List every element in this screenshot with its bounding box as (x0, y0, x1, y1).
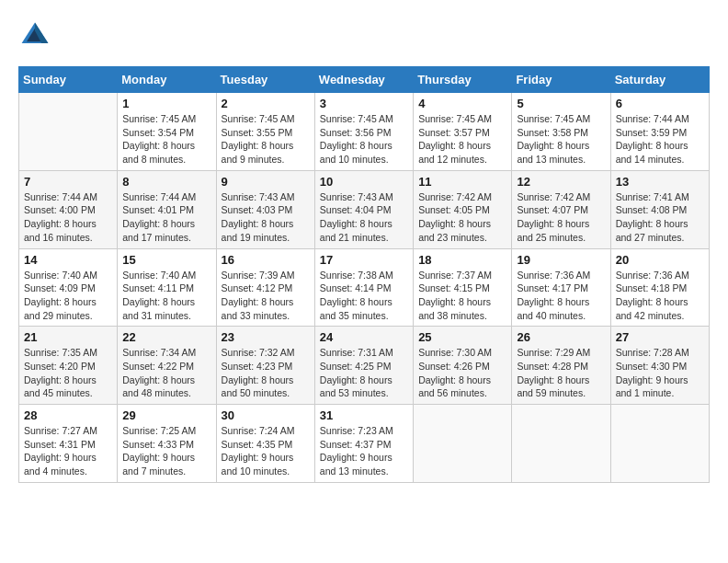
day-number: 20 (616, 253, 704, 267)
day-number: 28 (24, 408, 112, 422)
day-info: Sunrise: 7:31 AM Sunset: 4:25 PM Dayligh… (320, 346, 408, 400)
day-header-friday: Friday (512, 67, 610, 93)
day-info: Sunrise: 7:35 AM Sunset: 4:20 PM Dayligh… (24, 346, 112, 400)
calendar-cell: 19Sunrise: 7:36 AM Sunset: 4:17 PM Dayli… (512, 248, 610, 327)
day-number: 23 (222, 330, 310, 344)
calendar-cell: 26Sunrise: 7:29 AM Sunset: 4:28 PM Dayli… (512, 327, 610, 405)
calendar-cell: 27Sunrise: 7:28 AM Sunset: 4:30 PM Dayli… (610, 327, 709, 405)
calendar-cell: 24Sunrise: 7:31 AM Sunset: 4:25 PM Dayli… (314, 327, 413, 405)
day-info: Sunrise: 7:45 AM Sunset: 3:55 PM Dayligh… (222, 112, 310, 167)
day-number: 14 (24, 253, 112, 267)
day-info: Sunrise: 7:45 AM Sunset: 3:56 PM Dayligh… (320, 112, 408, 167)
calendar-cell: 13Sunrise: 7:41 AM Sunset: 4:08 PM Dayli… (610, 170, 709, 248)
day-info: Sunrise: 7:34 AM Sunset: 4:22 PM Dayligh… (122, 346, 210, 400)
logo-icon (18, 18, 51, 52)
calendar-cell: 4Sunrise: 7:45 AM Sunset: 3:57 PM Daylig… (414, 93, 512, 171)
day-info: Sunrise: 7:44 AM Sunset: 4:01 PM Dayligh… (122, 190, 210, 245)
day-number: 9 (222, 175, 310, 189)
day-info: Sunrise: 7:41 AM Sunset: 4:08 PM Dayligh… (616, 190, 704, 245)
calendar-cell: 9Sunrise: 7:43 AM Sunset: 4:03 PM Daylig… (216, 170, 314, 248)
day-number: 19 (517, 253, 605, 267)
calendar-cell: 28Sunrise: 7:27 AM Sunset: 4:31 PM Dayli… (19, 405, 118, 483)
calendar-cell: 23Sunrise: 7:32 AM Sunset: 4:23 PM Dayli… (216, 327, 314, 405)
calendar-cell: 14Sunrise: 7:40 AM Sunset: 4:09 PM Dayli… (19, 248, 118, 327)
calendar-cell: 10Sunrise: 7:43 AM Sunset: 4:04 PM Dayli… (314, 170, 413, 248)
day-info: Sunrise: 7:42 AM Sunset: 4:07 PM Dayligh… (517, 190, 605, 245)
calendar-cell: 22Sunrise: 7:34 AM Sunset: 4:22 PM Dayli… (118, 327, 216, 405)
calendar-cell: 1Sunrise: 7:45 AM Sunset: 3:54 PM Daylig… (118, 93, 216, 171)
day-info: Sunrise: 7:42 AM Sunset: 4:05 PM Dayligh… (418, 190, 506, 245)
calendar-cell: 8Sunrise: 7:44 AM Sunset: 4:01 PM Daylig… (118, 170, 216, 248)
calendar-cell (19, 93, 118, 171)
day-number: 29 (122, 408, 210, 422)
day-number: 12 (517, 175, 605, 189)
day-header-monday: Monday (118, 67, 216, 93)
day-number: 24 (320, 330, 408, 344)
calendar-cell: 30Sunrise: 7:24 AM Sunset: 4:35 PM Dayli… (216, 405, 314, 483)
calendar-cell: 3Sunrise: 7:45 AM Sunset: 3:56 PM Daylig… (314, 93, 413, 171)
day-number: 16 (222, 253, 310, 267)
day-header-saturday: Saturday (610, 67, 709, 93)
day-header-tuesday: Tuesday (216, 67, 314, 93)
day-number: 25 (418, 330, 506, 344)
calendar-cell: 29Sunrise: 7:25 AM Sunset: 4:33 PM Dayli… (118, 405, 216, 483)
day-number: 5 (517, 97, 605, 110)
calendar-cell: 6Sunrise: 7:44 AM Sunset: 3:59 PM Daylig… (610, 93, 709, 171)
calendar-cell: 31Sunrise: 7:23 AM Sunset: 4:37 PM Dayli… (314, 405, 413, 483)
day-info: Sunrise: 7:45 AM Sunset: 3:57 PM Dayligh… (418, 112, 506, 167)
day-number: 10 (320, 175, 408, 189)
calendar-cell (512, 405, 610, 483)
day-info: Sunrise: 7:44 AM Sunset: 4:00 PM Dayligh… (24, 190, 112, 245)
day-info: Sunrise: 7:44 AM Sunset: 3:59 PM Dayligh… (616, 112, 704, 167)
day-number: 27 (616, 330, 704, 344)
calendar-cell: 2Sunrise: 7:45 AM Sunset: 3:55 PM Daylig… (216, 93, 314, 171)
calendar-cell: 20Sunrise: 7:36 AM Sunset: 4:18 PM Dayli… (610, 248, 709, 327)
calendar-week-3: 14Sunrise: 7:40 AM Sunset: 4:09 PM Dayli… (19, 248, 710, 327)
calendar-cell: 15Sunrise: 7:40 AM Sunset: 4:11 PM Dayli… (118, 248, 216, 327)
day-info: Sunrise: 7:40 AM Sunset: 4:11 PM Dayligh… (122, 269, 210, 323)
calendar-cell (610, 405, 709, 483)
day-info: Sunrise: 7:39 AM Sunset: 4:12 PM Dayligh… (222, 269, 310, 323)
calendar-cell: 12Sunrise: 7:42 AM Sunset: 4:07 PM Dayli… (512, 170, 610, 248)
day-info: Sunrise: 7:24 AM Sunset: 4:35 PM Dayligh… (222, 424, 310, 478)
day-info: Sunrise: 7:30 AM Sunset: 4:26 PM Dayligh… (418, 346, 506, 400)
day-header-wednesday: Wednesday (314, 67, 413, 93)
day-info: Sunrise: 7:28 AM Sunset: 4:30 PM Dayligh… (616, 346, 704, 400)
day-number: 22 (122, 330, 210, 344)
calendar-cell: 25Sunrise: 7:30 AM Sunset: 4:26 PM Dayli… (414, 327, 512, 405)
calendar-cell (414, 405, 512, 483)
day-info: Sunrise: 7:36 AM Sunset: 4:18 PM Dayligh… (616, 269, 704, 323)
day-number: 4 (418, 97, 506, 110)
calendar-week-5: 28Sunrise: 7:27 AM Sunset: 4:31 PM Dayli… (19, 405, 710, 483)
day-info: Sunrise: 7:23 AM Sunset: 4:37 PM Dayligh… (320, 424, 408, 478)
day-info: Sunrise: 7:43 AM Sunset: 4:04 PM Dayligh… (320, 190, 408, 245)
calendar-table: SundayMondayTuesdayWednesdayThursdayFrid… (18, 66, 710, 483)
day-number: 6 (616, 97, 704, 110)
day-number: 7 (24, 175, 112, 189)
calendar-week-2: 7Sunrise: 7:44 AM Sunset: 4:00 PM Daylig… (19, 170, 710, 248)
day-number: 18 (418, 253, 506, 267)
day-number: 2 (222, 97, 310, 110)
day-info: Sunrise: 7:32 AM Sunset: 4:23 PM Dayligh… (222, 346, 310, 400)
calendar-cell: 21Sunrise: 7:35 AM Sunset: 4:20 PM Dayli… (19, 327, 118, 405)
day-number: 21 (24, 330, 112, 344)
day-number: 11 (418, 175, 506, 189)
day-number: 17 (320, 253, 408, 267)
day-info: Sunrise: 7:36 AM Sunset: 4:17 PM Dayligh… (517, 269, 605, 323)
logo (18, 18, 55, 52)
calendar-cell: 17Sunrise: 7:38 AM Sunset: 4:14 PM Dayli… (314, 248, 413, 327)
calendar-week-4: 21Sunrise: 7:35 AM Sunset: 4:20 PM Dayli… (19, 327, 710, 405)
day-number: 1 (122, 97, 210, 110)
calendar-cell: 18Sunrise: 7:37 AM Sunset: 4:15 PM Dayli… (414, 248, 512, 327)
calendar-cell: 5Sunrise: 7:45 AM Sunset: 3:58 PM Daylig… (512, 93, 610, 171)
calendar-cell: 11Sunrise: 7:42 AM Sunset: 4:05 PM Dayli… (414, 170, 512, 248)
day-info: Sunrise: 7:29 AM Sunset: 4:28 PM Dayligh… (517, 346, 605, 400)
calendar-cell: 16Sunrise: 7:39 AM Sunset: 4:12 PM Dayli… (216, 248, 314, 327)
day-info: Sunrise: 7:37 AM Sunset: 4:15 PM Dayligh… (418, 269, 506, 323)
day-header-sunday: Sunday (19, 67, 118, 93)
day-info: Sunrise: 7:38 AM Sunset: 4:14 PM Dayligh… (320, 269, 408, 323)
page-header (18, 18, 710, 52)
day-number: 13 (616, 175, 704, 189)
day-number: 3 (320, 97, 408, 110)
day-number: 26 (517, 330, 605, 344)
